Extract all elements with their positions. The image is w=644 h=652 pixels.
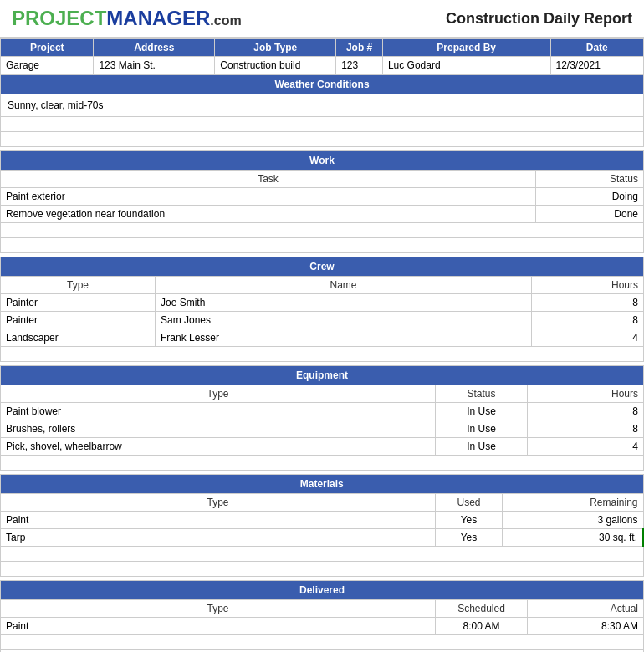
logo-manager: MANAGER	[106, 7, 210, 29]
work-table: Work Task Status Paint exterior Doing Re…	[0, 150, 644, 253]
info-jobtype: Construction build	[215, 57, 336, 74]
del-col-type: Type	[1, 600, 436, 618]
mat-col-type: Type	[1, 494, 436, 512]
weather-table: Weather Conditions Sunny, clear, mid-70s	[0, 74, 644, 147]
equip-r2-status: In Use	[436, 420, 528, 438]
crew-col-name: Name	[156, 277, 532, 294]
work-section-label: Work	[1, 151, 644, 171]
mat-r2-used: Yes	[436, 529, 503, 547]
info-table: Project Address Job Type Job # Prepared …	[0, 38, 644, 74]
del-col-actual: Actual	[528, 600, 644, 618]
mat-r1-remaining: 3 gallons	[503, 512, 644, 529]
materials-table: Materials Type Used Remaining Paint Yes …	[0, 474, 644, 577]
crew-r1-name: Joe Smith	[156, 294, 532, 312]
col-address: Address	[94, 39, 215, 57]
equip-col-type: Type	[1, 385, 436, 403]
crew-r3-type: Landscaper	[1, 329, 156, 347]
col-date: Date	[550, 39, 644, 57]
del-r1-scheduled: 8:00 AM	[436, 618, 528, 635]
col-project: Project	[1, 39, 94, 57]
crew-r1-hours: 8	[532, 294, 644, 312]
info-date: 12/3/2021	[550, 57, 644, 74]
col-preparedby: Prepared By	[382, 39, 550, 57]
work-col-task: Task	[1, 171, 536, 188]
equip-r3-status: In Use	[436, 438, 528, 456]
crew-r2-hours: 8	[532, 312, 644, 329]
equip-r1-status: In Use	[436, 403, 528, 420]
delivered-section-label: Delivered	[1, 581, 644, 600]
info-project: Garage	[1, 57, 94, 74]
logo-dotcom: .com	[210, 13, 241, 28]
equip-col-status: Status	[436, 385, 528, 403]
crew-r2-type: Painter	[1, 312, 156, 329]
equip-r3-type: Pick, shovel, wheelbarrow	[1, 438, 436, 456]
weather-value: Sunny, clear, mid-70s	[1, 94, 644, 117]
info-preparedby: Luc Godard	[382, 57, 550, 74]
weather-section-label: Weather Conditions	[1, 75, 644, 94]
delivered-table: Delivered Type Scheduled Actual Paint 8:…	[0, 580, 644, 652]
work-row-2-status: Done	[536, 206, 644, 223]
mat-r1-type: Paint	[1, 512, 436, 529]
equip-r1-hours: 8	[528, 403, 644, 420]
del-r1-type: Paint	[1, 618, 436, 635]
mat-r2-type: Tarp	[1, 529, 436, 547]
crew-r3-hours: 4	[532, 329, 644, 347]
page-header: PROJECTMANAGER.com Construction Daily Re…	[0, 0, 644, 38]
del-col-scheduled: Scheduled	[436, 600, 528, 618]
crew-col-type: Type	[1, 277, 156, 294]
work-row-1-status: Doing	[536, 188, 644, 206]
crew-table: Crew Type Name Hours Painter Joe Smith 8…	[0, 257, 644, 362]
equipment-section-label: Equipment	[1, 366, 644, 385]
del-r1-actual: 8:30 AM	[528, 618, 644, 635]
work-row-1-task: Paint exterior	[1, 188, 536, 206]
report-title: Construction Daily Report	[446, 10, 632, 28]
equip-r2-hours: 8	[528, 420, 644, 438]
mat-r2-remaining: 30 sq. ft.	[503, 529, 644, 547]
work-row-2-task: Remove vegetation near foundation	[1, 206, 536, 223]
equipment-table: Equipment Type Status Hours Paint blower…	[0, 365, 644, 471]
crew-r3-name: Frank Lesser	[156, 329, 532, 347]
mat-r1-used: Yes	[436, 512, 503, 529]
mat-col-remaining: Remaining	[503, 494, 644, 512]
logo-project: PROJECT	[12, 7, 106, 29]
crew-section-label: Crew	[1, 257, 644, 277]
equip-r2-type: Brushes, rollers	[1, 420, 436, 438]
info-jobnum: 123	[336, 57, 383, 74]
crew-r2-name: Sam Jones	[156, 312, 532, 329]
logo: PROJECTMANAGER.com	[12, 7, 242, 30]
equip-col-hours: Hours	[528, 385, 644, 403]
crew-r1-type: Painter	[1, 294, 156, 312]
materials-section-label: Materials	[1, 475, 644, 494]
info-address: 123 Main St.	[94, 57, 215, 74]
equip-r3-hours: 4	[528, 438, 644, 456]
work-col-status: Status	[536, 171, 644, 188]
col-jobtype: Job Type	[215, 39, 336, 57]
mat-col-used: Used	[436, 494, 503, 512]
equip-r1-type: Paint blower	[1, 403, 436, 420]
col-jobnum: Job #	[336, 39, 383, 57]
crew-col-hours: Hours	[532, 277, 644, 294]
